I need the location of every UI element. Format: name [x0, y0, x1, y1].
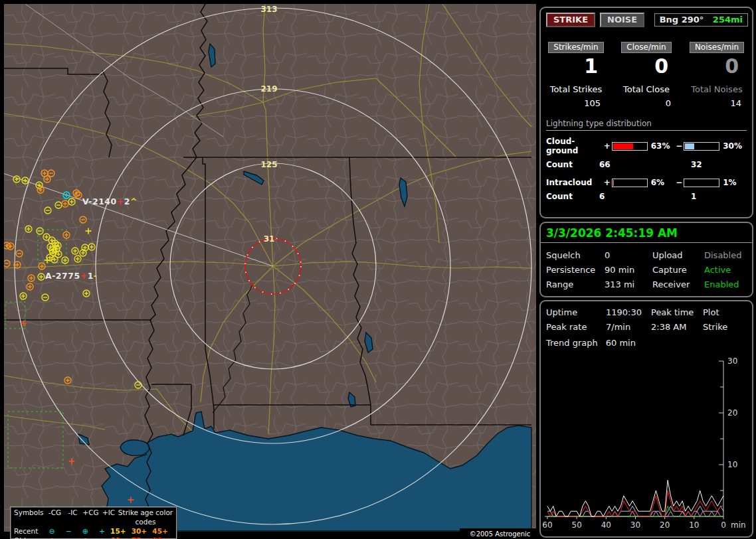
ic-pos-bar	[612, 179, 648, 187]
lightning-map[interactable]: 313 219 125 31 V-2140+2^A-2775+1- Symbol…	[4, 4, 536, 532]
cg-pos-pct: 63%	[651, 141, 675, 151]
capture-value: Active	[704, 265, 747, 275]
cg-neg-bar	[684, 142, 719, 151]
y-tick-label: 10	[727, 460, 737, 469]
noise-mode-button[interactable]: NOISE	[600, 13, 644, 27]
status-grid: Squelch 0 Upload Disabled Persistence 90…	[541, 243, 752, 289]
x-tick-label: 20	[660, 520, 670, 530]
rate-counters: Strikes/min Close/min Noises/min 1 0 0 T…	[541, 42, 752, 108]
age-code-45: 45+	[152, 526, 173, 536]
age-code-90: 90+	[152, 536, 173, 539]
app-root: { "window": { "copyright": "©2005 Astrog…	[0, 0, 756, 539]
strike-counters-panel: STRIKE NOISE Bng 290° 254mi Strikes/min …	[539, 7, 753, 218]
upload-label: Upload	[652, 250, 704, 260]
trend-axes	[545, 361, 723, 519]
trend-graph-header: Trend graph 60 min	[541, 332, 752, 348]
datetime-display: 3/3/2026 2:45:19 AM	[541, 223, 752, 243]
total-strikes-value: 105	[541, 98, 611, 108]
ring-label-31: 31	[264, 234, 275, 244]
plus-sign: +	[603, 141, 612, 151]
plot-label: Plot	[703, 307, 747, 317]
ic-neg-pct: 1%	[723, 178, 747, 187]
legend-row-recent: Recent⊖−⊕+15+30+45+	[11, 526, 176, 536]
persistence-label: Persistence	[546, 265, 605, 275]
intracloud-label: Intracloud	[546, 178, 603, 187]
cg-neg-icon: ⊖	[44, 536, 60, 539]
symbols-legend: Symbols -CG -IC +CG +IC Strike age color…	[10, 506, 177, 539]
peak-time-value: 2:38 AM	[651, 322, 703, 332]
cg-neg-count: 32	[691, 160, 702, 169]
x-tick-label: 50	[572, 520, 582, 530]
legend-symbols-label: Symbols	[14, 508, 46, 526]
cg-neg-pct: 30%	[723, 141, 747, 151]
close-rate-value: 0	[611, 54, 682, 78]
x-tick-label: 40	[601, 520, 611, 530]
persistence-value: 90 min	[605, 265, 652, 275]
trend-graph-label: Trend graph	[546, 338, 598, 348]
legend-header-row: Symbols -CG -IC +CG +IC Strike age color…	[11, 508, 176, 526]
cg-pos-icon: ⊕	[77, 526, 94, 536]
age-code-15: 15+	[110, 526, 132, 536]
strike-mode-button[interactable]: STRIKE	[546, 13, 595, 27]
cg-pos-icon: ⊕	[77, 536, 94, 539]
status-panel: 3/3/2026 2:45:19 AM Squelch 0 Upload Dis…	[539, 222, 753, 297]
legend-age-row-label: Recent	[14, 526, 44, 536]
uptime-value: 1190:30	[606, 307, 651, 317]
minus-sign: −	[675, 178, 684, 187]
trend-graph: 1020306050403020100min	[542, 353, 751, 535]
x-tick-label: 0	[721, 520, 726, 530]
legend-ic-neg-label: -IC	[64, 508, 82, 526]
ic-pos-icon: +	[94, 536, 110, 539]
total-strikes-label: Total Strikes	[541, 84, 611, 94]
cg-neg-icon: ⊖	[44, 526, 60, 536]
strikes-rate-value: 1	[541, 54, 611, 78]
uptime-stats-grid: Uptime 1190:30 Peak time Plot Peak rate …	[541, 301, 752, 332]
total-close-label: Total Close	[611, 84, 682, 94]
x-axis-unit: min	[731, 520, 746, 530]
legend-cg-neg-label: -CG	[46, 508, 64, 526]
station-label: A-2775+1-	[45, 271, 98, 281]
total-noises-label: Total Noises	[682, 84, 752, 94]
peak-rate-value: 7/min	[606, 322, 651, 332]
cg-pos-count: 66	[599, 160, 691, 169]
range-label: Range	[546, 279, 605, 289]
minus-sign: −	[675, 141, 684, 151]
squelch-value: 0	[605, 250, 652, 260]
age-code-60: 60+	[110, 536, 132, 539]
legend-row-old: Old⊖−⊕+60+75+90+	[11, 536, 176, 539]
total-close-value: 0	[611, 98, 682, 108]
x-tick-label: 30	[630, 520, 640, 530]
age-code-30: 30+	[132, 526, 153, 536]
cloud-ground-label: Cloud-ground	[546, 137, 603, 155]
station-label: V-2140+2^	[82, 196, 138, 206]
count-label: Count	[546, 160, 599, 169]
ic-neg-count: 1	[691, 192, 696, 201]
bearing-readout: Bng 290° 254mi	[654, 13, 748, 27]
y-tick-label: 30	[727, 356, 737, 366]
bearing-range: 254mi	[713, 15, 743, 25]
x-tick-label: 10	[689, 520, 699, 530]
distribution-title: Lightning type distribution	[546, 119, 747, 131]
legend-cg-pos-label: +CG	[82, 508, 100, 526]
ic-neg-icon: −	[60, 526, 77, 536]
lightning-distribution: Lightning type distribution Cloud-ground…	[546, 119, 747, 201]
ring-label-219: 219	[260, 84, 277, 94]
receiver-value: Enabled	[704, 279, 747, 289]
x-tick-label: 60	[542, 520, 552, 530]
plus-sign: +	[603, 178, 612, 187]
intracloud-count-row: Count 6 1	[546, 192, 747, 201]
upload-value: Disabled	[704, 250, 747, 260]
count-label: Count	[546, 192, 599, 201]
intracloud-row: Intracloud + 6% − 1%	[546, 178, 747, 187]
bearing-label: Bng 290°	[660, 15, 704, 25]
receiver-label: Receiver	[652, 279, 704, 289]
legend-age-header: Strike age color codes	[118, 508, 173, 526]
ic-pos-count: 6	[599, 192, 691, 201]
peak-rate-label: Peak rate	[546, 322, 606, 332]
ic-pos-icon: +	[94, 526, 110, 536]
noises-per-min-chip: Noises/min	[690, 42, 744, 53]
cg-pos-bar	[612, 142, 648, 151]
age-code-75: 75+	[132, 536, 153, 539]
mode-button-row: STRIKE NOISE Bng 290° 254mi	[546, 13, 748, 27]
ring-label-313: 313	[260, 5, 277, 14]
